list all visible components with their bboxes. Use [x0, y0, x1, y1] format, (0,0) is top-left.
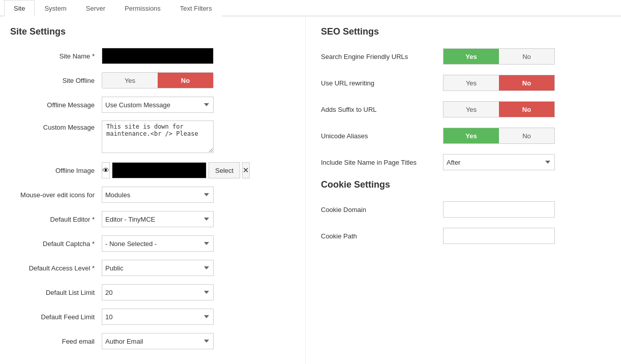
feed-email-row: Feed email Author Email [10, 332, 295, 350]
default-editor-select[interactable]: Editor - TinyMCE [102, 211, 214, 227]
default-captcha-label: Default Captcha * [10, 240, 102, 248]
default-editor-row: Default Editor * Editor - TinyMCE [10, 210, 295, 228]
offline-message-row: Offline Message Use Custom Message [10, 96, 295, 113]
site-name-row: Site Name * [10, 47, 295, 65]
feed-email-label: Feed email [10, 338, 102, 345]
cookie-path-input[interactable] [443, 228, 555, 244]
offline-image-text-input[interactable] [112, 162, 206, 178]
site-name-input[interactable] [102, 48, 214, 64]
site-offline-yes-btn[interactable]: Yes [102, 73, 158, 88]
unicode-aliases-no-btn[interactable]: No [499, 128, 554, 143]
offline-image-preview-btn[interactable]: 👁 [102, 162, 110, 178]
offline-image-group: 👁 Select ✕ [102, 162, 214, 178]
cookie-settings-title: Cookie Settings [321, 179, 606, 190]
include-sitename-select[interactable]: After [443, 154, 555, 170]
custom-message-control: This site is down for maintenance.<br />… [102, 120, 214, 155]
tab-server[interactable]: Server [76, 0, 115, 16]
cookie-domain-label: Cookie Domain [321, 206, 443, 214]
default-list-row: Default List Limit 20 [10, 284, 295, 301]
sef-url-yes-btn[interactable]: Yes [443, 49, 499, 64]
unicode-aliases-label: Unicode Aliases [321, 132, 443, 140]
default-captcha-row: Default Captcha * - None Selected - [10, 235, 295, 252]
adds-suffix-label: Adds Suffix to URL [321, 106, 443, 113]
adds-suffix-row: Adds Suffix to URL Yes No [321, 100, 606, 118]
default-feed-control: 10 [102, 309, 214, 325]
feed-email-control: Author Email [102, 333, 214, 349]
seo-settings-title: SEO Settings [321, 26, 606, 37]
default-access-row: Default Access Level * Public [10, 259, 295, 277]
default-captcha-control: - None Selected - [102, 235, 214, 252]
offline-message-control: Use Custom Message [102, 97, 214, 113]
cookie-domain-row: Cookie Domain [321, 200, 606, 219]
default-list-select[interactable]: 20 [102, 284, 214, 300]
mouseover-control: Modules [102, 187, 214, 203]
tab-text-filters[interactable]: Text Filters [170, 0, 222, 16]
url-rewriting-no-btn[interactable]: No [499, 75, 554, 90]
site-name-label: Site Name * [10, 52, 102, 60]
url-rewriting-yes-btn[interactable]: Yes [443, 75, 499, 90]
offline-image-clear-btn[interactable]: ✕ [242, 162, 250, 178]
sef-url-no-btn[interactable]: No [499, 49, 554, 64]
cookie-path-label: Cookie Path [321, 232, 443, 240]
mouseover-select[interactable]: Modules [102, 187, 214, 203]
feed-email-select[interactable]: Author Email [102, 333, 214, 349]
default-captcha-select[interactable]: - None Selected - [102, 235, 214, 252]
tab-permissions[interactable]: Permissions [115, 0, 170, 16]
offline-image-row: Offline Image 👁 Select ✕ [10, 162, 295, 179]
unicode-aliases-yes-btn[interactable]: Yes [443, 128, 499, 143]
default-feed-row: Default Feed Limit 10 [10, 308, 295, 325]
include-sitename-label: Include Site Name in Page Titles [321, 159, 443, 166]
adds-suffix-toggle: Yes No [443, 101, 555, 117]
adds-suffix-yes-btn[interactable]: Yes [443, 102, 499, 117]
default-feed-select[interactable]: 10 [102, 309, 214, 325]
unicode-aliases-toggle: Yes No [443, 128, 555, 144]
seo-settings-panel: SEO Settings Search Engine Friendly URLs… [306, 16, 621, 364]
site-offline-label: Site Offline [10, 77, 102, 84]
site-settings-title: Site Settings [10, 26, 295, 37]
default-access-label: Default Access Level * [10, 264, 102, 272]
default-access-select[interactable]: Public [102, 260, 214, 276]
site-offline-row: Site Offline Yes No [10, 72, 295, 89]
site-offline-no-btn[interactable]: No [158, 73, 213, 88]
cookie-path-row: Cookie Path [321, 227, 606, 245]
url-rewriting-row: Use URL rewriting Yes No [321, 74, 606, 92]
site-name-control [102, 48, 214, 64]
include-sitename-row: Include Site Name in Page Titles After [321, 153, 606, 171]
site-offline-control: Yes No [102, 72, 214, 88]
sef-url-toggle: Yes No [443, 48, 555, 65]
offline-message-select[interactable]: Use Custom Message [102, 97, 214, 113]
mouseover-label: Mouse-over edit icons for [10, 191, 102, 199]
cookie-domain-input[interactable] [443, 201, 555, 218]
custom-message-textarea[interactable]: This site is down for maintenance.<br />… [102, 120, 214, 153]
tab-site[interactable]: Site [4, 0, 35, 16]
offline-image-select-btn[interactable]: Select [209, 162, 240, 178]
url-rewriting-label: Use URL rewriting [321, 79, 443, 87]
sef-url-label: Search Engine Friendly URLs [321, 53, 443, 60]
tab-system[interactable]: System [35, 0, 76, 16]
tabs-bar: Site System Server Permissions Text Filt… [0, 0, 621, 16]
mouseover-row: Mouse-over edit icons for Modules [10, 186, 295, 203]
unicode-aliases-row: Unicode Aliases Yes No [321, 127, 606, 145]
site-settings-panel: Site Settings Site Name * Site Offline Y… [0, 16, 306, 364]
default-editor-control: Editor - TinyMCE [102, 211, 214, 227]
custom-message-row: Custom Message This site is down for mai… [10, 120, 295, 155]
default-list-label: Default List Limit [10, 289, 102, 296]
adds-suffix-no-btn[interactable]: No [499, 102, 554, 117]
custom-message-label: Custom Message [10, 120, 102, 131]
offline-message-label: Offline Message [10, 101, 102, 109]
site-offline-toggle: Yes No [102, 72, 214, 88]
default-editor-label: Default Editor * [10, 216, 102, 223]
offline-image-control: 👁 Select ✕ [102, 162, 214, 178]
offline-image-label: Offline Image [10, 167, 102, 174]
default-list-control: 20 [102, 284, 214, 300]
url-rewriting-toggle: Yes No [443, 75, 555, 91]
sef-url-row: Search Engine Friendly URLs Yes No [321, 47, 606, 66]
default-access-control: Public [102, 260, 214, 276]
default-feed-label: Default Feed Limit [10, 313, 102, 321]
